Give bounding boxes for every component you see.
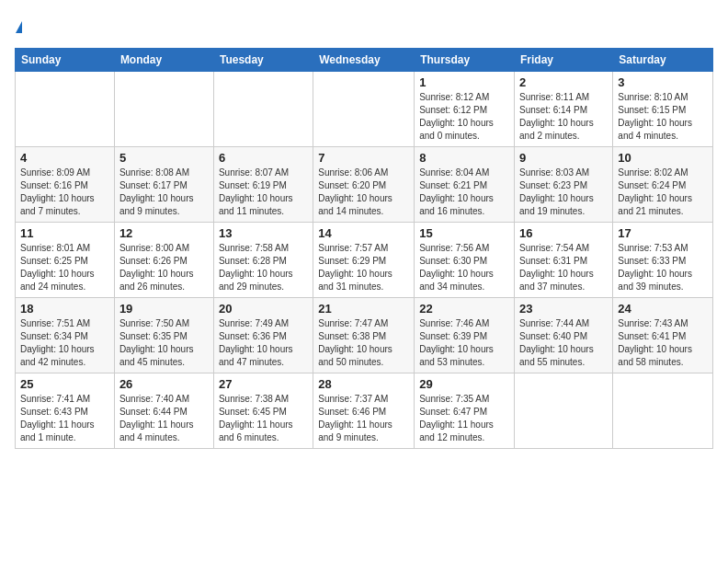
day-info: Sunrise: 8:00 AM Sunset: 6:26 PM Dayligh… (119, 242, 209, 293)
weekday-header-thursday: Thursday (415, 49, 515, 72)
day-number: 9 (519, 151, 608, 165)
calendar-table: SundayMondayTuesdayWednesdayThursdayFrid… (15, 48, 713, 449)
day-number: 28 (318, 377, 409, 391)
day-info: Sunrise: 7:56 AM Sunset: 6:30 PM Dayligh… (419, 242, 509, 293)
calendar-cell: 16Sunrise: 7:54 AM Sunset: 6:31 PM Dayli… (515, 223, 613, 298)
day-number: 10 (618, 151, 708, 165)
calendar-cell: 12Sunrise: 8:00 AM Sunset: 6:26 PM Dayli… (114, 223, 213, 298)
day-info: Sunrise: 8:12 AM Sunset: 6:12 PM Dayligh… (419, 91, 509, 143)
calendar-cell (114, 72, 213, 147)
weekday-header-saturday: Saturday (613, 49, 713, 72)
day-number: 11 (20, 226, 109, 240)
day-info: Sunrise: 7:51 AM Sunset: 6:34 PM Dayligh… (20, 317, 109, 369)
calendar-cell (515, 373, 613, 449)
weekday-header-friday: Friday (515, 49, 613, 72)
day-number: 13 (219, 226, 308, 240)
calendar-cell: 28Sunrise: 7:37 AM Sunset: 6:46 PM Dayli… (313, 373, 415, 449)
calendar-cell: 24Sunrise: 7:43 AM Sunset: 6:41 PM Dayli… (613, 298, 713, 373)
weekday-header-row: SundayMondayTuesdayWednesdayThursdayFrid… (16, 49, 713, 72)
day-info: Sunrise: 7:46 AM Sunset: 6:39 PM Dayligh… (419, 317, 509, 369)
day-number: 21 (318, 302, 409, 316)
calendar-cell: 25Sunrise: 7:41 AM Sunset: 6:43 PM Dayli… (16, 373, 115, 449)
calendar-week-row: 18Sunrise: 7:51 AM Sunset: 6:34 PM Dayli… (16, 298, 713, 373)
calendar-cell (213, 72, 313, 147)
calendar-cell: 10Sunrise: 8:02 AM Sunset: 6:24 PM Dayli… (613, 147, 713, 223)
day-info: Sunrise: 7:41 AM Sunset: 6:43 PM Dayligh… (20, 393, 109, 444)
day-number: 27 (219, 377, 308, 391)
calendar-cell: 11Sunrise: 8:01 AM Sunset: 6:25 PM Dayli… (16, 223, 115, 298)
day-info: Sunrise: 8:11 AM Sunset: 6:14 PM Dayligh… (519, 91, 608, 143)
day-number: 26 (119, 377, 209, 391)
calendar-cell: 22Sunrise: 7:46 AM Sunset: 6:39 PM Dayli… (415, 298, 515, 373)
calendar-week-row: 11Sunrise: 8:01 AM Sunset: 6:25 PM Dayli… (16, 223, 713, 298)
day-number: 5 (119, 151, 209, 165)
calendar-cell: 2Sunrise: 8:11 AM Sunset: 6:14 PM Daylig… (515, 72, 613, 147)
calendar-cell: 21Sunrise: 7:47 AM Sunset: 6:38 PM Dayli… (313, 298, 415, 373)
weekday-header-wednesday: Wednesday (313, 49, 415, 72)
day-info: Sunrise: 8:08 AM Sunset: 6:17 PM Dayligh… (119, 167, 209, 218)
calendar-body: 1Sunrise: 8:12 AM Sunset: 6:12 PM Daylig… (16, 72, 713, 449)
day-number: 15 (419, 226, 509, 240)
day-number: 18 (20, 302, 109, 316)
day-number: 2 (519, 75, 608, 89)
day-number: 6 (219, 151, 308, 165)
day-number: 4 (20, 151, 109, 165)
calendar-cell: 14Sunrise: 7:57 AM Sunset: 6:29 PM Dayli… (313, 223, 415, 298)
calendar-cell: 9Sunrise: 8:03 AM Sunset: 6:23 PM Daylig… (515, 147, 613, 223)
day-number: 16 (519, 226, 608, 240)
day-info: Sunrise: 8:10 AM Sunset: 6:15 PM Dayligh… (618, 91, 708, 143)
day-number: 24 (618, 302, 708, 316)
day-info: Sunrise: 7:53 AM Sunset: 6:33 PM Dayligh… (618, 242, 708, 293)
day-number: 29 (419, 377, 509, 391)
day-number: 22 (419, 302, 509, 316)
calendar-cell: 1Sunrise: 8:12 AM Sunset: 6:12 PM Daylig… (415, 72, 515, 147)
day-number: 25 (20, 377, 109, 391)
calendar-cell: 3Sunrise: 8:10 AM Sunset: 6:15 PM Daylig… (613, 72, 713, 147)
calendar-cell: 23Sunrise: 7:44 AM Sunset: 6:40 PM Dayli… (515, 298, 613, 373)
day-info: Sunrise: 7:40 AM Sunset: 6:44 PM Dayligh… (119, 393, 209, 444)
day-number: 8 (419, 151, 509, 165)
calendar-cell: 7Sunrise: 8:06 AM Sunset: 6:20 PM Daylig… (313, 147, 415, 223)
day-number: 12 (119, 226, 209, 240)
day-info: Sunrise: 8:02 AM Sunset: 6:24 PM Dayligh… (618, 167, 708, 218)
day-info: Sunrise: 7:54 AM Sunset: 6:31 PM Dayligh… (519, 242, 608, 293)
day-info: Sunrise: 8:04 AM Sunset: 6:21 PM Dayligh… (419, 167, 509, 218)
calendar-cell: 27Sunrise: 7:38 AM Sunset: 6:45 PM Dayli… (213, 373, 313, 449)
logo (15, 15, 22, 37)
day-info: Sunrise: 7:37 AM Sunset: 6:46 PM Dayligh… (318, 393, 409, 444)
calendar-cell (613, 373, 713, 449)
day-info: Sunrise: 8:06 AM Sunset: 6:20 PM Dayligh… (318, 167, 409, 218)
weekday-header-monday: Monday (114, 49, 213, 72)
day-info: Sunrise: 7:49 AM Sunset: 6:36 PM Dayligh… (219, 317, 308, 369)
day-info: Sunrise: 7:57 AM Sunset: 6:29 PM Dayligh… (318, 242, 409, 293)
calendar-cell: 4Sunrise: 8:09 AM Sunset: 6:16 PM Daylig… (16, 147, 115, 223)
day-info: Sunrise: 8:01 AM Sunset: 6:25 PM Dayligh… (20, 242, 109, 293)
calendar-cell: 19Sunrise: 7:50 AM Sunset: 6:35 PM Dayli… (114, 298, 213, 373)
calendar-header: SundayMondayTuesdayWednesdayThursdayFrid… (16, 49, 713, 72)
calendar-cell (313, 72, 415, 147)
calendar-week-row: 25Sunrise: 7:41 AM Sunset: 6:43 PM Dayli… (16, 373, 713, 449)
calendar-cell: 26Sunrise: 7:40 AM Sunset: 6:44 PM Dayli… (114, 373, 213, 449)
calendar-cell: 15Sunrise: 7:56 AM Sunset: 6:30 PM Dayli… (415, 223, 515, 298)
calendar-cell: 29Sunrise: 7:35 AM Sunset: 6:47 PM Dayli… (415, 373, 515, 449)
day-info: Sunrise: 7:44 AM Sunset: 6:40 PM Dayligh… (519, 317, 608, 369)
logo-triangle-icon (16, 21, 22, 33)
day-number: 14 (318, 226, 409, 240)
calendar-week-row: 4Sunrise: 8:09 AM Sunset: 6:16 PM Daylig… (16, 147, 713, 223)
day-number: 1 (419, 75, 509, 89)
day-info: Sunrise: 8:09 AM Sunset: 6:16 PM Dayligh… (20, 167, 109, 218)
calendar-cell: 18Sunrise: 7:51 AM Sunset: 6:34 PM Dayli… (16, 298, 115, 373)
day-number: 19 (119, 302, 209, 316)
day-number: 17 (618, 226, 708, 240)
weekday-header-tuesday: Tuesday (213, 49, 313, 72)
page-header (15, 15, 713, 37)
day-info: Sunrise: 7:43 AM Sunset: 6:41 PM Dayligh… (618, 317, 708, 369)
day-number: 20 (219, 302, 308, 316)
day-number: 3 (618, 75, 708, 89)
calendar-week-row: 1Sunrise: 8:12 AM Sunset: 6:12 PM Daylig… (16, 72, 713, 147)
day-info: Sunrise: 8:03 AM Sunset: 6:23 PM Dayligh… (519, 167, 608, 218)
day-info: Sunrise: 7:35 AM Sunset: 6:47 PM Dayligh… (419, 393, 509, 444)
day-info: Sunrise: 8:07 AM Sunset: 6:19 PM Dayligh… (219, 167, 308, 218)
calendar-cell: 17Sunrise: 7:53 AM Sunset: 6:33 PM Dayli… (613, 223, 713, 298)
calendar-cell: 6Sunrise: 8:07 AM Sunset: 6:19 PM Daylig… (213, 147, 313, 223)
